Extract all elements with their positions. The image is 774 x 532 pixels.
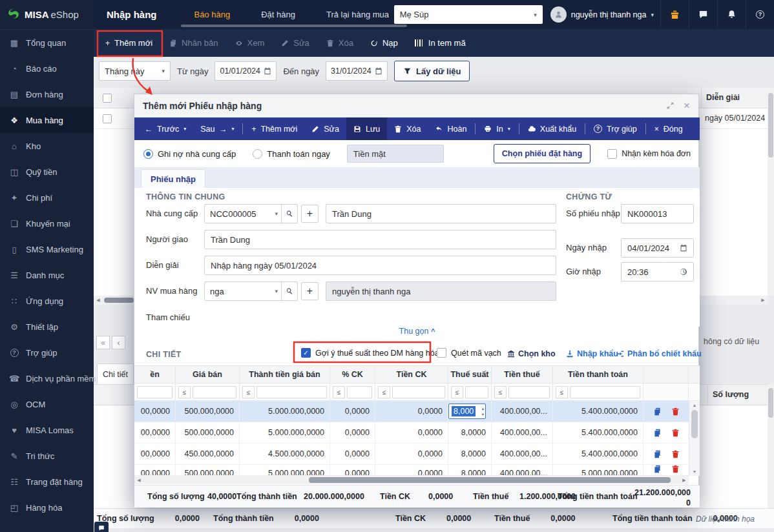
supplier-name-input[interactable]: Trần Dung: [326, 204, 556, 223]
filter-operator[interactable]: ≤: [494, 386, 507, 398]
clock-icon[interactable]: [680, 268, 687, 276]
column-header-description[interactable]: Diễn giải: [706, 93, 740, 102]
receipt-date-input[interactable]: 04/01/2024: [621, 238, 694, 258]
chat-button[interactable]: [689, 0, 717, 29]
sidebar-item-ung-dung[interactable]: ∷Ứng dụng: [0, 288, 94, 314]
list-horizontal-scrollbar-left[interactable]: ◀: [94, 296, 134, 305]
spin-up-icon[interactable]: ▴: [482, 406, 484, 411]
grid-row[interactable]: 00,0000500.000,00005.000.000,00000,00000…: [134, 422, 700, 444]
chevron-down-icon[interactable]: ▾: [275, 210, 281, 217]
grid-filter-input[interactable]: [508, 386, 550, 398]
calendar-icon[interactable]: [375, 67, 382, 75]
dialog-toolbar-hoan[interactable]: Hoàn: [428, 118, 474, 140]
choose-warehouse-link[interactable]: Chọn kho: [507, 349, 556, 358]
filter-operator[interactable]: ≤: [333, 386, 345, 398]
grid-column-header[interactable]: Giá bán: [176, 366, 240, 383]
filter-operator[interactable]: ≤: [378, 386, 390, 398]
delete-row-icon[interactable]: [671, 407, 680, 416]
promotion-gift-button[interactable]: [660, 0, 689, 29]
prev-page-button[interactable]: ‹: [112, 336, 125, 349]
fetch-data-button[interactable]: Lấy dữ liệu: [394, 61, 470, 81]
barcode-scan-checkbox[interactable]: Quét mã vạch: [437, 348, 501, 358]
grid-filter-input[interactable]: [137, 386, 173, 398]
scroll-up-icon[interactable]: ▲: [689, 403, 700, 407]
grid-row[interactable]: 00,0000500.000,00005.000.000,00000,00000…: [134, 401, 700, 422]
tax-suggest-checkbox[interactable]: ✓ Gợi ý thuế suất theo DM hàng hóa: [301, 348, 439, 358]
scroll-down-icon[interactable]: ▼: [689, 469, 700, 474]
sidebar-item-ocm[interactable]: ◎OCM: [0, 391, 94, 417]
close-icon[interactable]: ×: [684, 99, 690, 112]
scroll-left-icon[interactable]: ◀: [94, 296, 103, 305]
toolbar-sua-button[interactable]: Sửa: [273, 29, 318, 57]
sidebar-item-sms-marketing[interactable]: ▯SMS Marketing: [0, 236, 94, 262]
tax-rate-input[interactable]: 8,000▴▾: [448, 404, 486, 419]
list-horizontal-scrollbar-right[interactable]: ▶: [699, 296, 768, 305]
grid-column-header[interactable]: Tiền thanh toán: [553, 366, 643, 383]
header-scrollbar[interactable]: [181, 25, 407, 27]
sidebar-item-mua-hang[interactable]: ❖Mua hàng: [0, 107, 94, 133]
scroll-right-icon[interactable]: ▶: [680, 476, 689, 484]
column-header-quantity[interactable]: Số lượng: [713, 390, 749, 399]
toolbar-nhan-ban-button[interactable]: Nhân bản: [161, 29, 226, 57]
detail-vertical-scrollbar[interactable]: [768, 384, 774, 508]
add-buyer-button[interactable]: +: [301, 282, 319, 300]
sidebar-item-quy-tien[interactable]: ◫Quỹ tiền: [0, 159, 94, 185]
sidebar-item-thiet-lap[interactable]: ⚙Thiết lập: [0, 314, 94, 340]
grid-row[interactable]: 00,0000500.000,00005.000.000,00000,00000…: [134, 465, 700, 476]
dialog-toolbar-dong[interactable]: ×Đóng: [647, 118, 690, 140]
buyer-combo[interactable]: nga ▾: [204, 281, 298, 301]
toolbar-them-moi-button[interactable]: +Thêm mới: [97, 29, 161, 57]
toolbar-nap-button[interactable]: Nạp: [362, 29, 406, 57]
scroll-left-icon[interactable]: ◀: [134, 476, 143, 484]
sidebar-item-trang-dat-hang[interactable]: ☷Trang đặt hàng: [0, 469, 94, 495]
grid-filter-input[interactable]: [392, 386, 445, 398]
sidebar-item-don-hang[interactable]: ▤Đơn hàng: [0, 81, 94, 107]
sidebar-item-tri-thuc[interactable]: ✎Tri thức: [0, 443, 94, 469]
user-menu[interactable]: nguyễn thị thanh nga ▾: [550, 6, 654, 23]
dialog-toolbar-sau[interactable]: Sau→▾: [193, 118, 241, 140]
toolbar-in-tem-ma-button[interactable]: In tem mã: [406, 29, 474, 57]
grid-horizontal-scrollbar[interactable]: ◀ ▶: [134, 476, 689, 484]
dialog-toolbar-tro-giup[interactable]: ?Trợ giúp: [587, 118, 644, 140]
supplier-search-button[interactable]: [281, 205, 297, 223]
dialog-toolbar-xoa[interactable]: Xóa: [387, 118, 428, 140]
filter-operator[interactable]: ≤: [242, 386, 255, 398]
grid-filter-input[interactable]: [256, 386, 327, 398]
sidebar-item-chi-phi[interactable]: ✦Chi phí: [0, 185, 94, 210]
header-tab-3[interactable]: Trả lại hàng mua: [326, 10, 389, 19]
duplicate-row-icon[interactable]: [653, 407, 662, 416]
dialog-toolbar-them-moi[interactable]: +Thêm mới: [244, 118, 304, 140]
supplier-combo[interactable]: NCC000005 ▾: [204, 204, 298, 223]
delete-row-icon[interactable]: [671, 450, 680, 458]
filter-operator[interactable]: ≤: [556, 386, 568, 398]
sidebar-item-kho[interactable]: ⌂Kho: [0, 133, 94, 159]
description-input[interactable]: Nhập hàng ngày 05/01/2024: [204, 256, 556, 275]
grid-column-header[interactable]: Thuế suất: [448, 366, 492, 383]
buyer-search-button[interactable]: [281, 282, 297, 300]
grid-filter-input[interactable]: [193, 386, 236, 398]
spin-down-icon[interactable]: ▾: [482, 412, 484, 416]
grid-column-header[interactable]: % CK: [330, 366, 375, 383]
dialog-toolbar-luu[interactable]: Lưu: [346, 118, 387, 140]
delete-row-icon[interactable]: [671, 429, 680, 437]
first-page-button[interactable]: «: [96, 336, 110, 349]
branch-select[interactable]: Mẹ Súp ▾: [394, 5, 543, 24]
receipt-time-input[interactable]: 20:36: [621, 262, 694, 281]
grid-vertical-scrollbar[interactable]: ▲ ▼: [689, 401, 700, 476]
sidebar-item-khuyen-mai[interactable]: ❑Khuyến mại: [0, 210, 94, 236]
grid-filter-input[interactable]: [347, 386, 372, 398]
header-tab-1[interactable]: Báo hàng: [194, 10, 231, 19]
delete-row-icon[interactable]: [671, 465, 680, 473]
support-chat-button[interactable]: [94, 522, 109, 532]
sidebar-item-bao-cao[interactable]: ◔Báo cáo: [0, 56, 94, 81]
toolbar-xem-button[interactable]: Xem: [227, 29, 273, 57]
grid-filter-input[interactable]: [465, 386, 488, 398]
tab-phieu-nhap[interactable]: Phiếu nhập: [141, 169, 205, 188]
allocate-discount-link[interactable]: Phân bổ chiết khấu: [616, 349, 702, 358]
period-select[interactable]: Tháng này ▾: [99, 61, 171, 81]
help-button[interactable]: ?: [746, 0, 774, 29]
to-date-input[interactable]: 31/01/2024: [326, 61, 388, 81]
duplicate-row-icon[interactable]: [653, 465, 662, 473]
calendar-icon[interactable]: [264, 67, 271, 75]
filter-operator[interactable]: ≤: [451, 386, 463, 398]
